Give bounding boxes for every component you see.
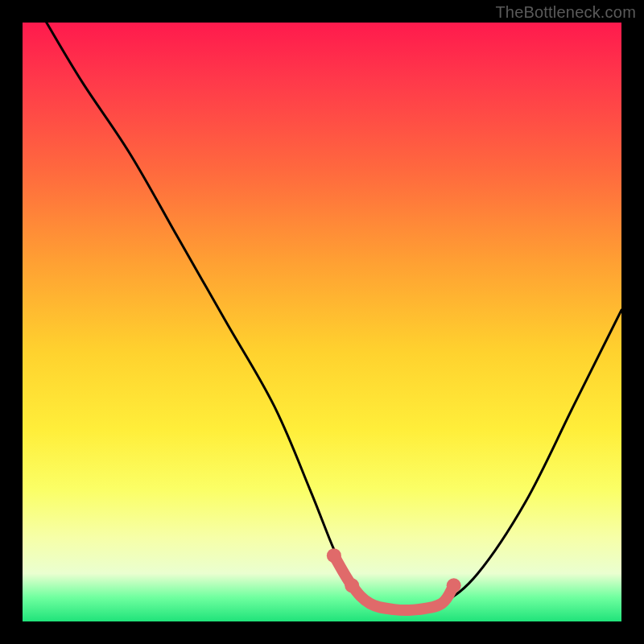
optimal-range-dot <box>345 578 359 592</box>
chart-frame: TheBottleneck.com <box>0 0 644 644</box>
curve-layer <box>23 23 621 621</box>
watermark-text: TheBottleneck.com <box>495 3 636 22</box>
plot-area <box>23 23 621 621</box>
bottleneck-curve <box>47 23 621 610</box>
optimal-range-dot <box>447 578 461 592</box>
optimal-range-dot <box>327 548 341 563</box>
